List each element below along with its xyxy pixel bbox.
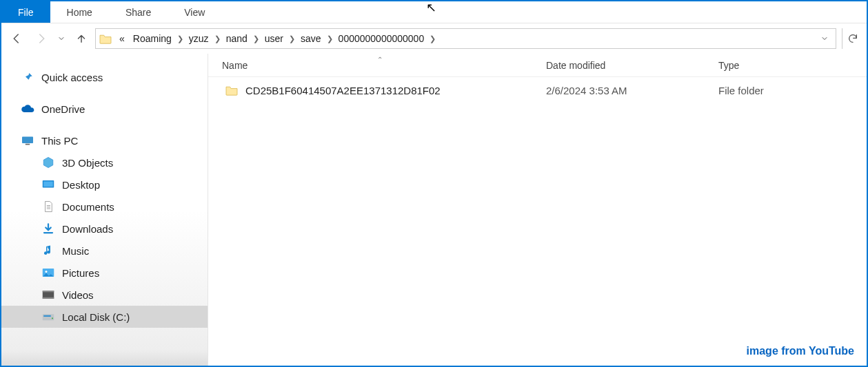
sidebar-videos[interactable]: Videos <box>1 284 208 306</box>
svg-point-5 <box>46 271 48 273</box>
chevron-right-icon[interactable]: ❯ <box>428 34 437 43</box>
breadcrumb-item[interactable]: yzuz <box>185 29 213 48</box>
column-label: Type <box>718 60 739 71</box>
sidebar-item-label: OneDrive <box>41 103 85 115</box>
sidebar-documents[interactable]: Documents <box>1 196 208 218</box>
sidebar-item-label: Quick access <box>41 72 103 83</box>
sidebar-item-label: This PC <box>41 135 78 147</box>
ribbon: File Home Share View <box>1 1 867 23</box>
chevron-right-icon[interactable]: ❯ <box>252 34 261 43</box>
sidebar-desktop[interactable]: Desktop <box>1 174 208 196</box>
ribbon-tab-home[interactable]: Home <box>50 1 109 23</box>
computer-icon <box>21 134 34 147</box>
breadcrumb-overflow[interactable]: « <box>115 29 129 48</box>
chevron-right-icon[interactable]: ❯ <box>325 34 334 43</box>
ribbon-tab-label: Share <box>125 7 151 18</box>
file-row[interactable]: CD25B1F60414507A2EE1371312D81F02 2/6/202… <box>208 77 867 103</box>
sidebar-3d-objects[interactable]: 3D Objects <box>1 151 208 174</box>
chevron-right-icon[interactable]: ❯ <box>213 34 222 43</box>
navigation-pane: Quick access OneDrive This PC 3D Objects… <box>1 54 208 366</box>
column-headers: Name ⌃ Date modified Type <box>208 54 867 77</box>
disk-icon <box>41 310 55 324</box>
cube-icon <box>41 156 55 169</box>
file-name: CD25B1F60414507A2EE1371312D81F02 <box>245 85 441 96</box>
breadcrumb-item[interactable]: save <box>296 29 325 48</box>
pin-icon <box>21 70 34 84</box>
sidebar-downloads[interactable]: Downloads <box>1 218 208 240</box>
sidebar-music[interactable]: Music <box>1 240 208 262</box>
chevron-right-icon[interactable]: ❯ <box>287 34 296 43</box>
breadcrumb-item[interactable]: nand <box>222 29 252 48</box>
back-button[interactable] <box>6 28 28 50</box>
videos-icon <box>41 288 55 302</box>
column-header-type[interactable]: Type <box>718 60 867 71</box>
svg-rect-7 <box>43 291 54 292</box>
sidebar-local-disk-c[interactable]: Local Disk (C:) <box>1 306 208 328</box>
file-list-pane: Name ⌃ Date modified Type CD25B1F6041450… <box>208 54 867 366</box>
ribbon-tab-file[interactable]: File <box>1 1 50 23</box>
ribbon-tab-label: Home <box>67 7 92 18</box>
svg-rect-10 <box>43 315 51 317</box>
sidebar-item-label: Local Disk (C:) <box>62 311 130 323</box>
breadcrumb-item[interactable]: Roaming <box>129 29 176 48</box>
up-button[interactable] <box>70 28 92 50</box>
ribbon-tab-label: View <box>184 7 205 18</box>
svg-rect-1 <box>26 144 30 145</box>
folder-icon <box>225 85 239 96</box>
breadcrumb-item[interactable]: 0000000000000000 <box>334 29 429 48</box>
folder-icon <box>99 32 112 45</box>
sidebar-item-label: Documents <box>62 201 114 213</box>
svg-rect-3 <box>43 182 53 187</box>
document-icon <box>41 200 55 213</box>
watermark-text: image from YouTube <box>747 345 854 357</box>
sidebar-item-label: Music <box>62 245 89 257</box>
svg-rect-0 <box>22 136 33 143</box>
download-icon <box>41 222 55 235</box>
address-dropdown[interactable] <box>816 34 833 43</box>
file-date: 2/6/2024 3:53 AM <box>546 85 718 96</box>
ribbon-tab-share[interactable]: Share <box>109 1 168 23</box>
sidebar-pictures[interactable]: Pictures <box>1 262 208 284</box>
navbar: « Roaming ❯ yzuz ❯ nand ❯ user ❯ save ❯ … <box>1 23 867 54</box>
music-icon <box>41 244 55 258</box>
chevron-right-icon[interactable]: ❯ <box>176 34 185 43</box>
sidebar-item-label: Pictures <box>62 267 99 279</box>
main-area: Quick access OneDrive This PC 3D Objects… <box>1 54 867 366</box>
pictures-icon <box>41 266 55 280</box>
ribbon-tab-label: File <box>18 7 34 18</box>
sidebar-item-label: Desktop <box>62 179 100 191</box>
column-header-date[interactable]: Date modified <box>546 60 718 71</box>
file-type: File folder <box>718 85 867 96</box>
cloud-icon <box>21 102 34 116</box>
svg-rect-8 <box>43 297 54 299</box>
column-label: Date modified <box>546 60 605 71</box>
sidebar-item-label: Downloads <box>62 223 113 235</box>
breadcrumb-item[interactable]: user <box>261 29 287 48</box>
forward-button[interactable] <box>30 28 52 50</box>
sidebar-item-label: 3D Objects <box>62 157 113 169</box>
sidebar-quick-access[interactable]: Quick access <box>1 66 208 88</box>
sort-ascending-icon: ⌃ <box>377 56 383 63</box>
desktop-icon <box>41 178 55 191</box>
sidebar-item-label: Videos <box>62 289 94 301</box>
sidebar-onedrive[interactable]: OneDrive <box>1 98 208 120</box>
refresh-button[interactable] <box>842 28 862 49</box>
address-bar[interactable]: « Roaming ❯ yzuz ❯ nand ❯ user ❯ save ❯ … <box>95 28 836 49</box>
column-header-name[interactable]: Name ⌃ <box>208 60 546 71</box>
recent-dropdown[interactable] <box>55 28 68 50</box>
svg-rect-9 <box>43 314 54 320</box>
ribbon-tab-view[interactable]: View <box>168 1 221 23</box>
column-label: Name <box>222 60 248 71</box>
svg-point-11 <box>52 317 53 319</box>
sidebar-this-pc[interactable]: This PC <box>1 129 208 151</box>
